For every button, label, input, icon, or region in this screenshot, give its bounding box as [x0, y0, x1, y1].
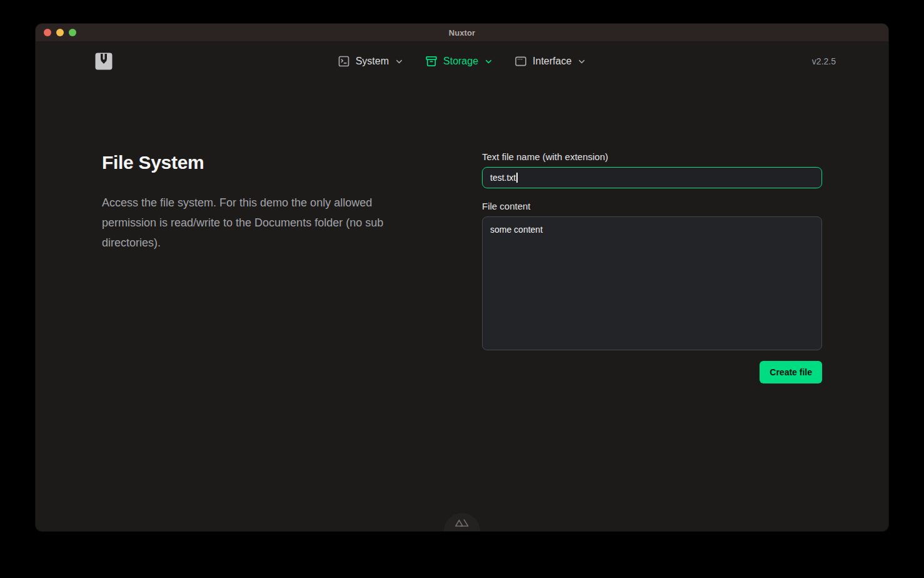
archive-icon: [425, 55, 438, 68]
chevron-down-icon: [394, 57, 404, 66]
filename-label: Text file name (with extension): [482, 151, 822, 162]
page-description: Access the file system. For this demo th…: [102, 193, 416, 253]
create-file-button[interactable]: Create file: [760, 361, 822, 383]
chevron-down-icon: [484, 57, 493, 66]
page-title: File System: [102, 151, 442, 174]
window-title: Nuxtor: [36, 28, 888, 38]
nav-item-interface[interactable]: Interface: [513, 53, 588, 70]
nav-item-system[interactable]: System: [336, 53, 405, 70]
bottom-bump: [444, 513, 480, 531]
top-nav: System Storage: [36, 41, 888, 81]
chevron-down-icon: [577, 57, 586, 66]
app-window: Nuxtor System: [36, 24, 888, 531]
app-window-icon: [515, 55, 527, 68]
text-caret: [516, 173, 518, 183]
nuxtor-logo-icon: [95, 53, 113, 70]
nav-item-label: Interface: [533, 56, 571, 67]
nav-item-label: System: [356, 56, 389, 67]
file-content-textarea[interactable]: some content: [482, 216, 822, 350]
filename-value: test.txt: [490, 173, 516, 183]
titlebar: Nuxtor: [36, 24, 888, 41]
main-content: File System Access the file system. For …: [36, 151, 888, 383]
nav-item-storage[interactable]: Storage: [424, 53, 495, 70]
file-content-label: File content: [482, 201, 822, 211]
filename-input[interactable]: test.txt: [482, 167, 822, 188]
form-column: Text file name (with extension) test.txt…: [482, 151, 822, 383]
terminal-icon: [338, 55, 350, 68]
nav-item-label: Storage: [443, 56, 478, 67]
button-row: Create file: [482, 361, 822, 383]
nuxt-icon: [454, 518, 470, 528]
intro-column: File System Access the file system. For …: [102, 151, 442, 383]
app-version: v2.2.5: [812, 56, 836, 66]
